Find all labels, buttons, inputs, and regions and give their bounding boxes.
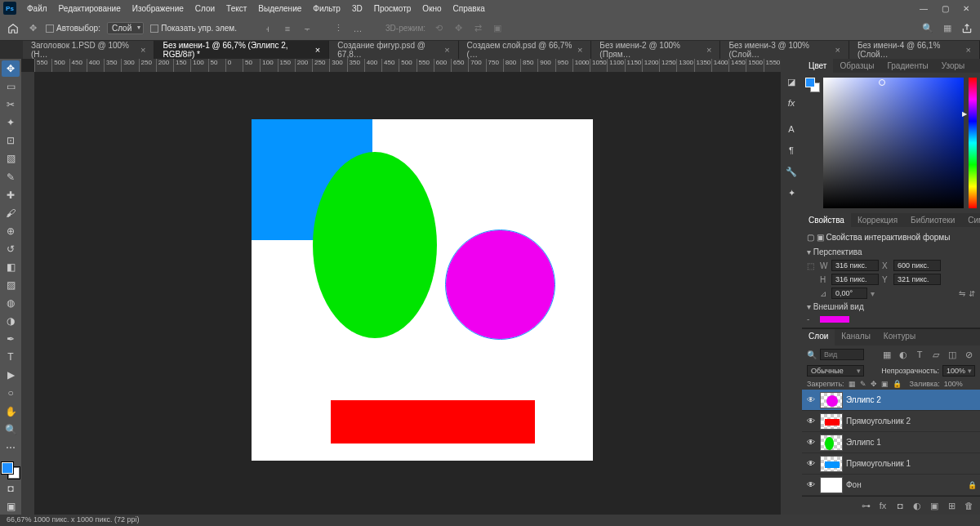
layer-row[interactable]: 👁Эллипс 1 bbox=[802, 432, 980, 453]
fill-input[interactable]: 100% bbox=[944, 380, 975, 388]
eraser-tool[interactable]: ◧ bbox=[2, 259, 20, 275]
canvas-area[interactable]: 5505004504003503002502001501005005010015… bbox=[21, 59, 781, 515]
navigator-panel-icon[interactable]: ✦ bbox=[785, 186, 798, 199]
menu-filter[interactable]: Фильтр bbox=[307, 2, 346, 16]
tab-properties[interactable]: Свойства bbox=[802, 213, 851, 227]
lock-all-icon[interactable]: 🔒 bbox=[893, 380, 902, 388]
menu-select[interactable]: Выделение bbox=[252, 2, 307, 16]
fill-swatch[interactable] bbox=[820, 316, 849, 323]
new-layer-icon[interactable]: ⊞ bbox=[945, 499, 958, 512]
crop-tool[interactable]: ⊡ bbox=[2, 132, 20, 149]
tab-1[interactable]: Без имени-1 @ 66,7% (Эллипс 2, RGB/8#) *… bbox=[154, 41, 329, 59]
tab-paths[interactable]: Контуры bbox=[877, 329, 922, 345]
quick-select-tool[interactable]: ✦ bbox=[2, 114, 20, 131]
tab-layers[interactable]: Слои bbox=[802, 329, 835, 345]
menu-3d[interactable]: 3D bbox=[346, 2, 368, 16]
lasso-tool[interactable]: ✂ bbox=[2, 96, 20, 113]
close-icon[interactable]: × bbox=[966, 45, 971, 55]
styles-panel-icon[interactable]: fx bbox=[785, 96, 798, 109]
layer-row[interactable]: 👁Прямоугольник 2 bbox=[802, 411, 980, 432]
text-tool[interactable]: T bbox=[2, 349, 20, 365]
align-center-h-icon[interactable]: ≡ bbox=[281, 22, 294, 35]
brush-tool[interactable]: 🖌 bbox=[2, 205, 20, 221]
distribute-icon[interactable]: ⋮ bbox=[332, 22, 345, 35]
window-minimize[interactable]: — bbox=[913, 4, 934, 13]
heal-tool[interactable]: ✚ bbox=[2, 187, 20, 203]
blur-tool[interactable]: ◍ bbox=[2, 295, 20, 311]
lock-position-icon[interactable]: ✥ bbox=[871, 380, 877, 388]
3d-orbit-icon[interactable]: ⟲ bbox=[432, 22, 445, 35]
opacity-input[interactable]: 100% bbox=[942, 365, 975, 377]
prop-height[interactable]: 316 пикс. bbox=[831, 274, 879, 285]
history-brush-tool[interactable]: ↺ bbox=[2, 241, 20, 257]
layer-fx-icon[interactable]: fx bbox=[876, 499, 889, 512]
dodge-tool[interactable]: ◑ bbox=[2, 313, 20, 329]
search-icon[interactable]: 🔍 bbox=[921, 22, 934, 35]
tab-0[interactable]: Заголовок 1.PSD @ 100% (Н…× bbox=[23, 41, 154, 59]
glyphs-panel-icon[interactable]: A bbox=[785, 123, 798, 136]
character-panel-icon[interactable]: 🔧 bbox=[785, 165, 798, 178]
tab-3[interactable]: Создаем слой.psd @ 66,7% (…× bbox=[459, 41, 592, 59]
transform-section[interactable]: Перспектива bbox=[807, 247, 975, 256]
screenmode-tool[interactable]: ▣ bbox=[2, 498, 20, 515]
tab-6[interactable]: Без имени-4 @ 66,1% (Слой…× bbox=[849, 41, 980, 59]
align-right-icon[interactable]: ⫟ bbox=[301, 22, 314, 35]
close-icon[interactable]: × bbox=[140, 45, 145, 55]
blend-mode-dropdown[interactable]: Обычные bbox=[807, 365, 864, 377]
close-icon[interactable]: × bbox=[835, 45, 840, 55]
tab-4[interactable]: Без имени-2 @ 100% (Прям…× bbox=[591, 41, 720, 59]
marquee-tool[interactable]: ▭ bbox=[2, 78, 20, 95]
tab-adjustments[interactable]: Коррекция bbox=[851, 213, 904, 227]
window-maximize[interactable]: ▢ bbox=[934, 4, 956, 13]
tab-2[interactable]: Создание фигур.psd @ 67,8…× bbox=[329, 41, 458, 59]
3d-camera-icon[interactable]: ▣ bbox=[491, 22, 504, 35]
layer-search-icon[interactable]: 🔍 bbox=[807, 350, 817, 359]
color-swatches[interactable] bbox=[2, 462, 20, 479]
filter-smart-icon[interactable]: ◫ bbox=[946, 348, 959, 361]
paragraph-panel-icon[interactable]: ¶ bbox=[785, 144, 798, 157]
new-group-icon[interactable]: ▣ bbox=[928, 499, 941, 512]
quickmask-tool[interactable]: ◘ bbox=[2, 480, 20, 497]
tab-patterns[interactable]: Узоры bbox=[935, 59, 972, 73]
hue-slider[interactable] bbox=[969, 78, 977, 208]
move-tool[interactable]: ✥ bbox=[2, 60, 20, 77]
history-panel-icon[interactable]: ◪ bbox=[785, 75, 798, 88]
3d-pan-icon[interactable]: ✥ bbox=[452, 22, 465, 35]
shape-tool[interactable]: ○ bbox=[2, 385, 20, 401]
close-icon[interactable]: × bbox=[444, 45, 449, 55]
menu-window[interactable]: Окно bbox=[416, 2, 447, 16]
color-picker[interactable] bbox=[802, 73, 980, 213]
prop-width[interactable]: 316 пикс. bbox=[831, 260, 879, 271]
share-icon[interactable] bbox=[960, 22, 973, 35]
zoom-tool[interactable]: 🔍 bbox=[2, 421, 20, 438]
tab-color[interactable]: Цвет bbox=[802, 59, 833, 73]
shape-ellipse-2[interactable] bbox=[446, 230, 555, 339]
layer-row[interactable]: 👁Фон🔒 bbox=[802, 475, 980, 496]
workspace-icon[interactable]: ▦ bbox=[941, 22, 954, 35]
window-close[interactable]: ✕ bbox=[956, 4, 977, 13]
appearance-section[interactable]: Внешний вид bbox=[807, 302, 975, 311]
eyedropper-tool[interactable]: ✎ bbox=[2, 168, 20, 185]
lock-paint-icon[interactable]: ✎ bbox=[860, 380, 866, 388]
autoselect-dropdown[interactable]: Слой bbox=[107, 22, 144, 34]
menu-help[interactable]: Справка bbox=[448, 2, 491, 16]
visibility-icon[interactable]: 👁 bbox=[805, 459, 817, 468]
tab-gradients[interactable]: Градиенты bbox=[880, 59, 934, 73]
visibility-icon[interactable]: 👁 bbox=[805, 395, 817, 404]
frame-tool[interactable]: ▧ bbox=[2, 150, 20, 167]
tab-swatches[interactable]: Образцы bbox=[833, 59, 880, 73]
filter-text-icon[interactable]: T bbox=[913, 348, 926, 361]
layer-row[interactable]: 👁Прямоугольник 1 bbox=[802, 453, 980, 475]
link-layers-icon[interactable]: ⊶ bbox=[859, 499, 872, 512]
filter-shape-icon[interactable]: ▱ bbox=[929, 348, 942, 361]
layer-filter-dropdown[interactable]: Вид bbox=[820, 349, 864, 360]
pen-tool[interactable]: ✒ bbox=[2, 331, 20, 347]
color-field[interactable] bbox=[823, 78, 964, 208]
layer-mask-icon[interactable]: ◘ bbox=[893, 499, 906, 512]
menu-view[interactable]: Просмотр bbox=[368, 2, 417, 16]
filter-toggle-icon[interactable]: ⊘ bbox=[962, 348, 975, 361]
tab-character[interactable]: Символ bbox=[961, 213, 980, 227]
color-mini-swatches[interactable] bbox=[805, 78, 820, 92]
shape-ellipse-1[interactable] bbox=[313, 152, 437, 338]
tab-5[interactable]: Без имени-3 @ 100% (Слой…× bbox=[720, 41, 849, 59]
